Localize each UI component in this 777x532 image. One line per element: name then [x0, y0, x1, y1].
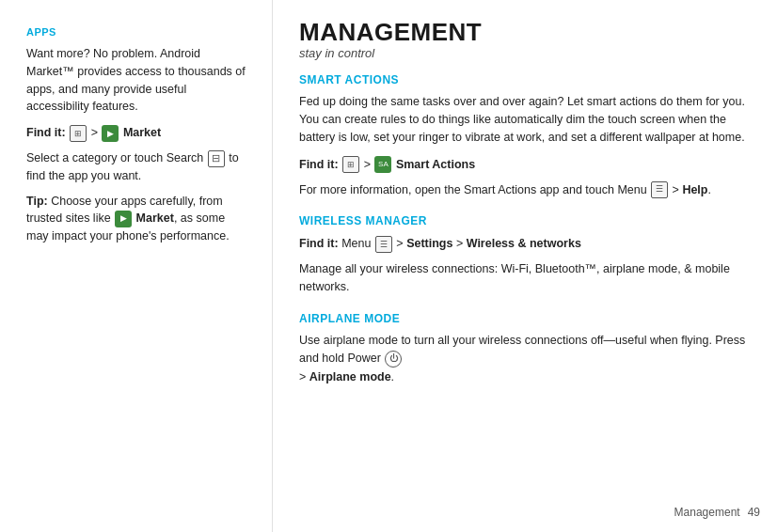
apps-select-text: Select a category or touch Search ⊟ to f…: [26, 149, 249, 185]
apps-para1: Want more? No problem. Android Market™ p…: [26, 45, 249, 116]
page-footer: Management 49: [674, 506, 760, 519]
gt1: >: [91, 126, 102, 139]
menu-icon-sa: ☰: [651, 181, 668, 198]
apps-section-title: APPS: [26, 26, 249, 38]
smart-actions-icon: SA: [374, 156, 391, 173]
wireless-manager-section: WIRELESS MANAGER Find it: Menu ☰ > Setti…: [299, 214, 751, 297]
left-column: APPS Want more? No problem. Android Mark…: [0, 0, 273, 532]
wireless-manager-find-it: Find it: Menu ☰ > Settings > Wireless & …: [299, 234, 751, 253]
menu-icon-wm: ☰: [375, 236, 392, 253]
home-icon-sa: ⊞: [342, 156, 359, 173]
main-subtitle: stay in control: [299, 46, 751, 60]
find-it-label-wm: Find it:: [299, 237, 339, 250]
airplane-mode-heading: AIRPLANE MODE: [299, 312, 751, 325]
search-icon: ⊟: [208, 150, 225, 167]
page-number: 49: [748, 506, 760, 519]
tip-label: Tip:: [26, 195, 48, 208]
smart-actions-section: SMART ACTIONS Fed up doing the same task…: [299, 73, 751, 200]
airplane-mode-label: Airplane mode: [309, 370, 391, 383]
airplane-mode-para1: Use airplane mode to turn all your wirel…: [299, 332, 751, 386]
help-label: Help: [682, 183, 707, 196]
market-icon2: ▶: [115, 211, 132, 227]
smart-actions-heading: SMART ACTIONS: [299, 73, 751, 86]
smart-actions-label: Smart Actions: [396, 158, 475, 171]
apps-tip: Tip: Choose your apps carefully, from tr…: [26, 193, 249, 245]
apps-find-it: Find it: ⊞ > ▶ Market: [26, 123, 249, 142]
wireless-networks-label: Wireless & networks: [467, 237, 581, 250]
airplane-mode-section: AIRPLANE MODE Use airplane mode to turn …: [299, 312, 751, 386]
find-it-label-sa: Find it:: [299, 158, 339, 171]
tip-market-label: Market: [136, 211, 174, 225]
smart-actions-find-it: Find it: ⊞ > SA Smart Actions: [299, 155, 751, 174]
smart-actions-para1: Fed up doing the same tasks over and ove…: [299, 93, 751, 148]
market-icon: ▶: [102, 125, 119, 142]
wireless-manager-heading: WIRELESS MANAGER: [299, 214, 751, 227]
market-label: Market: [123, 126, 161, 139]
footer-label: Management: [674, 506, 740, 519]
wireless-manager-para1: Manage all your wireless connections: Wi…: [299, 260, 751, 297]
main-title: MANAGEMENT: [299, 19, 751, 46]
power-icon: ⏻: [385, 351, 402, 368]
settings-label: Settings: [406, 237, 452, 250]
right-column: MANAGEMENT stay in control SMART ACTIONS…: [273, 0, 777, 532]
apps-home-icon: ⊞: [70, 125, 87, 142]
find-it-label: Find it:: [26, 126, 66, 139]
smart-actions-help-text: For more information, open the Smart Act…: [299, 181, 751, 199]
